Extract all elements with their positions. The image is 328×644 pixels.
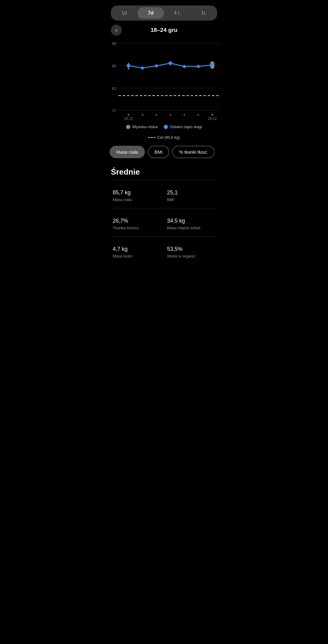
legend-item-goal: Cel (80,0 kg) bbox=[148, 135, 180, 140]
chart-header: ‹ 18–24 gru bbox=[111, 27, 217, 33]
svg-text:89: 89 bbox=[112, 41, 116, 46]
svg-text:24.12: 24.12 bbox=[208, 117, 217, 121]
svg-text:18.12: 18.12 bbox=[124, 117, 133, 121]
svg-point-13 bbox=[183, 114, 185, 116]
dashed-line-icon bbox=[148, 137, 155, 138]
back-button[interactable]: ‹ bbox=[111, 25, 122, 36]
weight-chart: 89 85 81 77 18.12 24.12 bbox=[108, 36, 220, 121]
tab-masa-ciala[interactable]: Masa ciała bbox=[110, 146, 145, 158]
svg-point-14 bbox=[197, 114, 199, 116]
stat-value-woda: 53,5% bbox=[167, 243, 215, 253]
svg-point-25 bbox=[197, 65, 200, 68]
stat-label-masa: Masa ciała bbox=[113, 197, 161, 202]
stat-miesnie: 34,5 kg Masa mięśni szkiel. bbox=[164, 208, 218, 236]
legend-item-gray: Wysoka–niska bbox=[126, 124, 158, 129]
svg-point-22 bbox=[155, 64, 158, 67]
stat-value-tkanka: 26,7% bbox=[113, 214, 161, 224]
section-title: Średnie bbox=[111, 167, 217, 177]
stat-bmi: 25,1 BMI bbox=[164, 180, 218, 208]
svg-point-15 bbox=[211, 114, 213, 116]
svg-point-23 bbox=[169, 61, 172, 65]
stat-tkanka: 26,7% Tkanka tłuszcz. bbox=[110, 208, 164, 236]
svg-point-9 bbox=[128, 114, 129, 116]
chart-title: 18–24 gru bbox=[151, 27, 178, 33]
chart-svg: 89 85 81 77 18.12 24.12 bbox=[108, 36, 220, 121]
tab-1r[interactable]: 1r. bbox=[191, 7, 217, 19]
gray-dot-icon bbox=[126, 125, 130, 129]
stat-label-bmi: BMI bbox=[167, 197, 215, 202]
stat-label-woda: Woda w organiz. bbox=[167, 254, 215, 258]
blue-dot-icon bbox=[164, 125, 168, 129]
tab-1d[interactable]: 1d bbox=[111, 7, 138, 19]
legend-label-goal: Cel (80,0 kg) bbox=[157, 135, 180, 140]
svg-point-21 bbox=[141, 66, 144, 70]
svg-point-27 bbox=[211, 63, 214, 66]
svg-text:81: 81 bbox=[112, 86, 116, 91]
svg-text:77: 77 bbox=[112, 109, 116, 113]
stat-label-miesnie: Masa mięśni szkiel. bbox=[167, 226, 215, 230]
tab-bmi[interactable]: BMI bbox=[148, 146, 169, 158]
stat-kosci: 4,7 kg Masa kości bbox=[110, 236, 164, 264]
svg-point-20 bbox=[127, 64, 130, 67]
svg-point-11 bbox=[155, 114, 157, 116]
stat-value-masa: 85,7 kg bbox=[113, 186, 161, 196]
svg-point-24 bbox=[183, 65, 186, 68]
svg-point-12 bbox=[169, 114, 171, 116]
legend-item-blue: Ostatni zapis wagi bbox=[164, 124, 202, 129]
tab-4t[interactable]: 4 t. bbox=[164, 7, 191, 19]
stat-value-miesnie: 34,5 kg bbox=[167, 214, 215, 224]
tab-tkanka[interactable]: % tkanki tłusz. bbox=[172, 146, 215, 158]
stat-value-kosci: 4,7 kg bbox=[113, 243, 161, 253]
chart-legend: Wysoka–niska Ostatni zapis wagi Cel (80,… bbox=[111, 124, 217, 140]
legend-label-gray: Wysoka–niska bbox=[132, 124, 158, 129]
time-selector: 1d 7d 4 t. 1r. bbox=[111, 5, 217, 21]
svg-point-10 bbox=[142, 114, 143, 116]
stat-label-tkanka: Tkanka tłuszcz. bbox=[113, 226, 161, 230]
stat-label-kosci: Masa kości bbox=[113, 254, 161, 258]
legend-label-blue: Ostatni zapis wagi bbox=[170, 124, 202, 129]
stats-grid: 85,7 kg Masa ciała 25,1 BMI 26,7% Tkanka… bbox=[110, 180, 218, 264]
stat-value-bmi: 25,1 bbox=[167, 186, 215, 196]
measure-tabs: Masa ciała BMI % tkanki tłusz. bbox=[110, 146, 218, 158]
stat-masa-ciala: 85,7 kg Masa ciała bbox=[110, 180, 164, 208]
tab-7d[interactable]: 7d bbox=[138, 7, 164, 19]
stat-woda: 53,5% Woda w organiz. bbox=[164, 236, 218, 264]
svg-text:85: 85 bbox=[112, 64, 116, 68]
